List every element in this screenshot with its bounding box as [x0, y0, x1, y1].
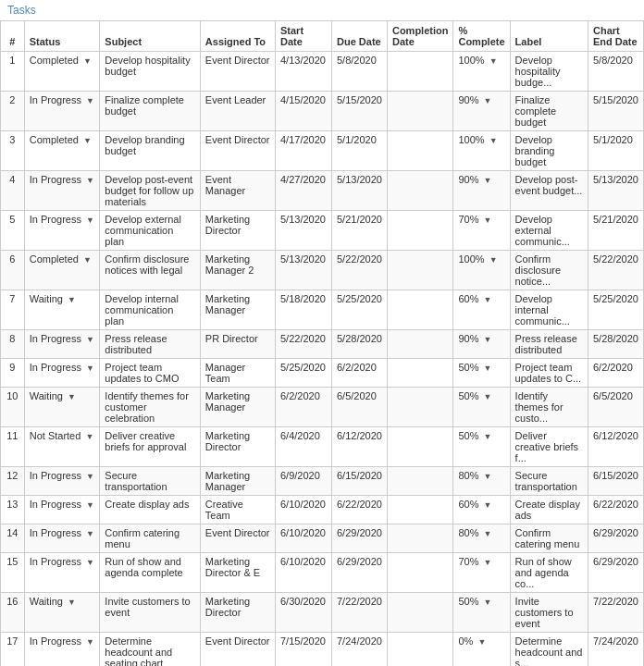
cell-status: In Progress ▼	[24, 359, 100, 388]
status-dropdown-arrow[interactable]: ▼	[68, 295, 76, 304]
cell-completion	[387, 359, 453, 388]
cell-percent: 100% ▼	[453, 131, 510, 171]
percent-dropdown-arrow[interactable]: ▼	[484, 216, 492, 225]
status-dropdown-arrow[interactable]: ▼	[83, 255, 92, 265]
cell-num: 5	[1, 211, 25, 251]
percent-dropdown-arrow[interactable]: ▼	[484, 335, 492, 344]
col-header-completion: Completion Date	[387, 21, 453, 52]
percent-dropdown-arrow[interactable]: ▼	[484, 96, 492, 105]
table-row: 7 Waiting ▼ Develop internal communicati…	[1, 290, 644, 330]
status-dropdown-arrow[interactable]: ▼	[86, 364, 94, 373]
status-dropdown-arrow[interactable]: ▼	[86, 500, 94, 510]
status-dropdown-arrow[interactable]: ▼	[86, 529, 94, 538]
cell-status: Waiting ▼	[24, 290, 100, 330]
cell-start: 4/27/2020	[275, 171, 331, 211]
table-row: 16 Waiting ▼ Invite customers to event M…	[1, 593, 644, 633]
cell-label: Develop branding budget	[510, 131, 588, 171]
status-dropdown-arrow[interactable]: ▼	[86, 96, 94, 105]
status-dropdown-arrow[interactable]: ▼	[86, 216, 94, 225]
cell-due: 5/28/2020	[331, 330, 387, 359]
cell-start: 6/4/2020	[275, 427, 331, 467]
cell-completion	[387, 593, 453, 633]
status-dropdown-arrow[interactable]: ▼	[86, 558, 94, 567]
percent-dropdown-arrow[interactable]: ▼	[484, 176, 492, 185]
cell-due: 5/13/2020	[331, 171, 387, 211]
cell-status: In Progress ▼	[24, 553, 100, 593]
status-dropdown-arrow[interactable]: ▼	[68, 392, 76, 401]
cell-assigned: Event Director	[200, 524, 275, 553]
table-row: 3 Completed ▼ Develop branding budget Ev…	[1, 131, 644, 171]
status-dropdown-arrow[interactable]: ▼	[68, 598, 76, 607]
percent-dropdown-arrow[interactable]: ▼	[484, 598, 492, 607]
cell-label: Press release distributed	[510, 330, 588, 359]
cell-label: Invite customers to event	[510, 593, 588, 633]
percent-dropdown-arrow[interactable]: ▼	[477, 637, 486, 647]
cell-num: 16	[1, 593, 25, 633]
status-dropdown-arrow[interactable]: ▼	[86, 335, 94, 344]
cell-completion	[387, 427, 453, 467]
percent-dropdown-arrow[interactable]: ▼	[489, 56, 498, 66]
status-dropdown-arrow[interactable]: ▼	[86, 472, 94, 481]
percent-dropdown-arrow[interactable]: ▼	[484, 558, 492, 567]
cell-label: Finalize complete budget	[510, 92, 588, 131]
cell-subject: Press release distributed	[100, 330, 201, 359]
cell-start: 5/13/2020	[275, 251, 331, 290]
status-dropdown-arrow[interactable]: ▼	[83, 56, 92, 66]
percent-dropdown-arrow[interactable]: ▼	[484, 364, 492, 373]
cell-start: 7/15/2020	[275, 633, 331, 667]
cell-subject: Determine headcount and seating chart	[100, 633, 201, 667]
cell-percent: 100% ▼	[453, 52, 510, 92]
cell-label: Secure transportation	[510, 467, 588, 496]
cell-assigned: Marketing Director	[200, 211, 275, 251]
cell-subject: Develop external communication plan	[100, 211, 201, 251]
table-row: 10 Waiting ▼ Identify themes for custome…	[1, 388, 644, 427]
cell-label: Project team updates to C...	[510, 359, 588, 388]
percent-dropdown-arrow[interactable]: ▼	[489, 136, 498, 145]
cell-percent: 90% ▼	[453, 330, 510, 359]
cell-assigned: Creative Team	[200, 496, 275, 524]
status-dropdown-arrow[interactable]: ▼	[85, 432, 93, 441]
cell-label: Run of show and agenda co...	[510, 553, 588, 593]
table-row: 6 Completed ▼ Confirm disclosure notices…	[1, 251, 644, 290]
cell-percent: 90% ▼	[453, 171, 510, 211]
cell-subject: Develop internal communication plan	[100, 290, 201, 330]
status-dropdown-arrow[interactable]: ▼	[83, 136, 92, 145]
table-row: 8 In Progress ▼ Press release distribute…	[1, 330, 644, 359]
percent-dropdown-arrow[interactable]: ▼	[489, 255, 498, 265]
table-row: 2 In Progress ▼ Finalize complete budget…	[1, 92, 644, 131]
cell-subject: Confirm catering menu	[100, 524, 201, 553]
percent-dropdown-arrow[interactable]: ▼	[484, 472, 492, 481]
col-header-chart: Chart End Date	[588, 21, 643, 52]
cell-start: 6/2/2020	[275, 388, 331, 427]
cell-subject: Create display ads	[100, 496, 201, 524]
percent-dropdown-arrow[interactable]: ▼	[484, 500, 492, 510]
cell-completion	[387, 633, 453, 667]
cell-assigned: Marketing Director	[200, 427, 275, 467]
status-dropdown-arrow[interactable]: ▼	[86, 176, 94, 185]
cell-label: Develop hospitality budge...	[510, 52, 588, 92]
percent-dropdown-arrow[interactable]: ▼	[484, 529, 492, 538]
cell-start: 6/10/2020	[275, 553, 331, 593]
cell-due: 7/22/2020	[331, 593, 387, 633]
cell-status: Waiting ▼	[24, 593, 100, 633]
cell-subject: Confirm disclosure notices with legal	[100, 251, 201, 290]
cell-chart-end: 5/1/2020	[588, 131, 643, 171]
cell-assigned: Marketing Manager	[200, 467, 275, 496]
status-dropdown-arrow[interactable]: ▼	[86, 637, 94, 647]
cell-assigned: Marketing Manager	[200, 290, 275, 330]
percent-dropdown-arrow[interactable]: ▼	[484, 392, 492, 401]
cell-label: Identify themes for custo...	[510, 388, 588, 427]
cell-status: Completed ▼	[24, 131, 100, 171]
cell-label: Develop internal communic...	[510, 290, 588, 330]
cell-label: Confirm catering menu	[510, 524, 588, 553]
cell-due: 6/22/2020	[331, 496, 387, 524]
col-header-percent: % Complete	[453, 21, 510, 52]
cell-subject: Develop post-event budget for follow up …	[100, 171, 201, 211]
table-header-row: # Status Subject Assigned To Start Date …	[1, 21, 644, 52]
percent-dropdown-arrow[interactable]: ▼	[484, 432, 492, 441]
cell-num: 12	[1, 467, 25, 496]
table-row: 4 In Progress ▼ Develop post-event budge…	[1, 171, 644, 211]
percent-dropdown-arrow[interactable]: ▼	[484, 295, 492, 304]
cell-due: 6/2/2020	[331, 359, 387, 388]
cell-status: In Progress ▼	[24, 211, 100, 251]
